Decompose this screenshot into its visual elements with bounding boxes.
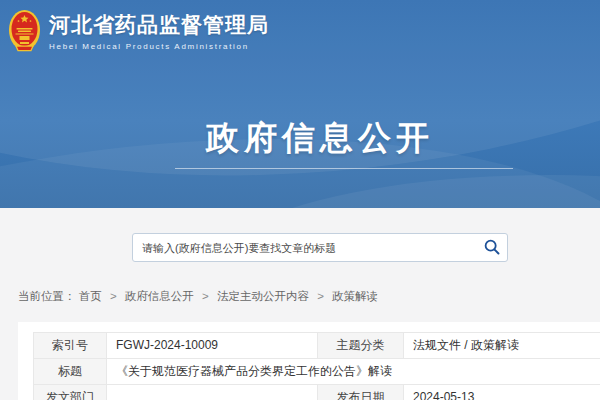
document-meta-table: 索引号 FGWJ-2024-10009 主题分类 法规文件 / 政策解读 标题 … bbox=[33, 332, 600, 400]
breadcrumb-item-home[interactable]: 首页 bbox=[79, 290, 102, 302]
index-number-label: 索引号 bbox=[34, 333, 107, 359]
breadcrumb-item-info-disclosure[interactable]: 政府信息公开 bbox=[125, 290, 194, 302]
breadcrumb-separator: > bbox=[202, 290, 209, 302]
search-button[interactable] bbox=[482, 238, 502, 258]
page: 河北省药品监督管理局 Hebei Medical Products Admini… bbox=[0, 0, 600, 400]
issuing-department-label: 发文部门 bbox=[34, 385, 107, 400]
topic-category-label: 主题分类 bbox=[318, 333, 404, 359]
site-brand-text: 河北省药品监督管理局 Hebei Medical Products Admini… bbox=[49, 13, 269, 50]
table-row-title: 标题 《关于规范医疗器械产品分类界定工作的公告》解读 bbox=[34, 359, 600, 385]
content-card: 索引号 FGWJ-2024-10009 主题分类 法规文件 / 政策解读 标题 … bbox=[18, 322, 600, 400]
national-emblem-icon bbox=[8, 9, 41, 55]
search-icon bbox=[483, 238, 501, 256]
doc-title-value: 《关于规范医疗器械产品分类界定工作的公告》解读 bbox=[107, 359, 600, 385]
topic-category-value: 法规文件 / 政策解读 bbox=[404, 333, 600, 359]
breadcrumb-separator: > bbox=[110, 290, 117, 302]
breadcrumb-item-policy-interpretation[interactable]: 政策解读 bbox=[332, 290, 378, 302]
breadcrumb: 当前位置： 首页 > 政府信息公开 > 法定主动公开内容 > 政策解读 bbox=[18, 289, 378, 304]
table-row-index: 索引号 FGWJ-2024-10009 主题分类 法规文件 / 政策解读 bbox=[34, 333, 600, 359]
publish-date-label: 发布日期 bbox=[318, 385, 404, 400]
index-number-value: FGWJ-2024-10009 bbox=[107, 333, 318, 359]
title-underline bbox=[175, 168, 513, 169]
issuing-department-value bbox=[107, 385, 318, 400]
site-brand[interactable]: 河北省药品监督管理局 Hebei Medical Products Admini… bbox=[8, 9, 269, 55]
site-header: 河北省药品监督管理局 Hebei Medical Products Admini… bbox=[0, 0, 600, 208]
search-box bbox=[132, 233, 508, 262]
publish-date-value: 2024-05-13 bbox=[404, 385, 600, 400]
breadcrumb-prefix: 当前位置： bbox=[18, 290, 76, 302]
org-name-en: Hebei Medical Products Administration bbox=[49, 42, 269, 51]
page-title: 政府信息公开 bbox=[0, 116, 600, 161]
breadcrumb-separator: > bbox=[317, 290, 324, 302]
table-row-department: 发文部门 发布日期 2024-05-13 bbox=[34, 385, 600, 400]
search-input[interactable] bbox=[133, 234, 473, 261]
breadcrumb-item-statutory-content[interactable]: 法定主动公开内容 bbox=[217, 290, 309, 302]
doc-title-label: 标题 bbox=[34, 359, 107, 385]
org-name-zh: 河北省药品监督管理局 bbox=[49, 13, 269, 37]
